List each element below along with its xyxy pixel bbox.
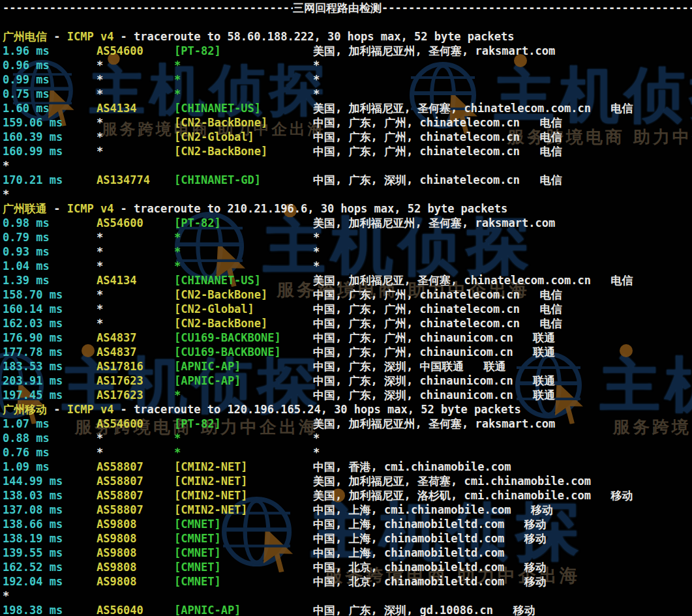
nexttrace-api-line: [NextTrace API] preferred API IP - 209.2…	[3, 15, 692, 29]
separator-dash: -	[47, 403, 67, 416]
hop-location: 中国, 香港, cmi.chinamobile.com	[313, 460, 692, 474]
hop-geo-tag: [CU169-BACKBONE]	[174, 345, 313, 359]
separator-dash: -	[113, 30, 134, 43]
hop-row: 1.07 msAS54600[PT-82]美国, 加利福尼亚州, 圣何塞, ra…	[3, 417, 692, 431]
hop-asn: AS9808	[97, 560, 174, 574]
hop-geo-tag: *	[174, 259, 313, 273]
hop-latency: 138.19 ms	[3, 531, 97, 546]
hop-latency: 162.03 ms	[3, 316, 97, 330]
hop-geo-tag: [CU169-BACKBONE]	[174, 330, 313, 345]
separator-dashes-left: ----------------------------------------…	[3, 1, 293, 15]
hop-geo-tag: [APNIC-AP]	[174, 374, 313, 388]
hop-row: 1.04 ms***	[3, 259, 692, 273]
hop-row: *	[3, 158, 692, 173]
hop-location: 中国, 上海, chinamobileltd.com 移动	[313, 531, 692, 546]
section-header-2: 广州移动 - ICMP v4 - traceroute to 120.196.1…	[3, 402, 692, 417]
hop-row: 0.98 msAS54600[PT-82]美国, 加利福尼亚州, 圣何塞, ra…	[3, 216, 692, 230]
hop-row: 1.09 msAS58807[CMIN2-NET]中国, 香港, cmi.chi…	[3, 460, 692, 474]
hop-asn: AS4837	[97, 345, 174, 359]
hop-location: *	[313, 87, 692, 101]
separator-dash: -	[47, 202, 67, 215]
hop-row: 159.06 ms*[CN2-BackBone]中国, 广东, 广州, chin…	[3, 115, 692, 130]
terminal-output: ----------------------------------------…	[0, 0, 692, 616]
hop-location: 美国, 加利福尼亚, 圣何塞, chinatelecom.com.cn 电信	[313, 273, 692, 287]
hop-row: *	[3, 589, 692, 603]
hop-row: 138.03 msAS58807[CMIN2-NET]美国, 加利福尼亚, 洛杉…	[3, 488, 692, 503]
hop-latency: 0.88 ms	[3, 431, 97, 445]
hop-asn: AS58807	[97, 503, 174, 517]
hop-latency: 137.08 ms	[3, 503, 97, 517]
separator-dash: -	[47, 30, 67, 43]
hop-latency: 1.04 ms	[3, 259, 97, 273]
hop-asn: *	[97, 115, 174, 130]
hop-asn: *	[97, 287, 174, 302]
hop-location: 中国, 上海, chinamobileltd.com 移动	[313, 517, 692, 531]
hop-location: 中国, 广东, 深圳, gd.10086.cn 移动	[313, 603, 692, 616]
hop-latency: 192.04 ms	[3, 574, 97, 589]
section-title: 广州移动	[3, 403, 47, 416]
hop-latency: 0.98 ms	[3, 216, 97, 230]
hop-row: 170.21 msAS134774[CHINANET-GD]中国, 广东, 深圳…	[3, 173, 692, 187]
hop-row: *	[3, 187, 692, 201]
hop-latency: 1.96 ms	[3, 44, 97, 58]
hop-row: 138.66 msAS9808[CMNET]中国, 上海, chinamobil…	[3, 517, 692, 531]
hop-row: 160.99 ms*[CN2-BackBone]中国, 广东, 广州, chin…	[3, 144, 692, 158]
hop-latency: 197.45 ms	[3, 388, 97, 402]
hop-latency: 158.70 ms	[3, 287, 97, 302]
hop-location: 美国, 加利福尼亚, 圣何塞, chinatelecom.com.cn 电信	[313, 101, 692, 115]
hop-asn: AS17816	[97, 359, 174, 374]
hop-location: *	[313, 58, 692, 72]
hop-latency: 170.21 ms	[3, 173, 97, 187]
hop-asn: *	[97, 431, 174, 445]
hop-geo-tag: [CMNET]	[174, 531, 313, 546]
hop-asn: AS58807	[97, 460, 174, 474]
hop-asn: AS9808	[97, 517, 174, 531]
hop-asn: AS4134	[97, 101, 174, 115]
hop-asn: AS9808	[97, 574, 174, 589]
page-title: 三网回程路由检测	[293, 1, 382, 15]
hop-row: 0.93 ms***	[3, 244, 692, 259]
hop-geo-tag: *	[174, 244, 313, 259]
hop-geo-tag: [CN2-BackBone]	[174, 115, 313, 130]
hop-asn: AS4134	[97, 273, 174, 287]
hop-geo-tag: [CMNET]	[174, 560, 313, 574]
hop-asn: AS56040	[97, 603, 174, 616]
section-desc: traceroute to 210.21.196.6, 30 hops max,…	[134, 202, 507, 215]
hop-geo-tag: [PT-82]	[174, 417, 313, 431]
hop-latency: 160.14 ms	[3, 302, 97, 316]
hop-geo-tag: *	[174, 445, 313, 460]
hop-geo-tag: *	[174, 388, 313, 402]
hop-asn: *	[97, 144, 174, 158]
hop-row: 137.08 msAS58807[CMIN2-NET]中国, 上海, cmi.c…	[3, 503, 692, 517]
hop-location: *	[313, 244, 692, 259]
separator-dashes-right: ----------------------------------------…	[382, 1, 692, 15]
hop-latency: 160.99 ms	[3, 144, 97, 158]
hop-asn: AS58807	[97, 474, 174, 488]
hop-asn: *	[97, 302, 174, 316]
hop-location: 中国, 广东, 广州, chinaunicom.cn 联通	[313, 330, 692, 345]
hop-location: 美国, 加利福尼亚, 洛杉矶, cmi.chinamobile.com 移动	[313, 488, 692, 503]
hop-location: *	[313, 445, 692, 460]
hop-row: 158.70 ms*[CN2-BackBone]中国, 广东, 广州, chin…	[3, 287, 692, 302]
hop-row: 162.03 ms*[CN2-BackBone]中国, 广东, 广州, chin…	[3, 316, 692, 330]
hop-row: 139.55 msAS9808[CMNET]中国, 上海, chinamobil…	[3, 546, 692, 560]
hop-location: *	[313, 72, 692, 87]
hop-latency: 176.90 ms	[3, 330, 97, 345]
hop-latency: 183.53 ms	[3, 359, 97, 374]
hop-asn: *	[97, 72, 174, 87]
hop-geo-tag: *	[174, 230, 313, 244]
hop-row: 176.90 msAS4837[CU169-BACKBONE]中国, 广东, 广…	[3, 330, 692, 345]
hop-latency: 0.75 ms	[3, 87, 97, 101]
hop-location: *	[313, 259, 692, 273]
hop-asn: *	[97, 259, 174, 273]
hop-row: 183.53 msAS17816[APNIC-AP]中国, 广东, 深圳, 中国…	[3, 359, 692, 374]
hop-asn: *	[97, 58, 174, 72]
hop-location: 中国, 北京, chinamobileltd.com 移动	[313, 574, 692, 589]
section-desc: traceroute to 58.60.188.222, 30 hops max…	[134, 30, 514, 43]
hop-location: 中国, 广东, 深圳, chinaunicom.cn 联通	[313, 388, 692, 402]
hop-asn: AS4837	[97, 330, 174, 345]
hop-geo-tag: *	[174, 72, 313, 87]
hop-geo-tag: [CMNET]	[174, 574, 313, 589]
section-title: 广州电信	[3, 30, 47, 43]
hop-geo-tag: [CHINANET-US]	[174, 101, 313, 115]
